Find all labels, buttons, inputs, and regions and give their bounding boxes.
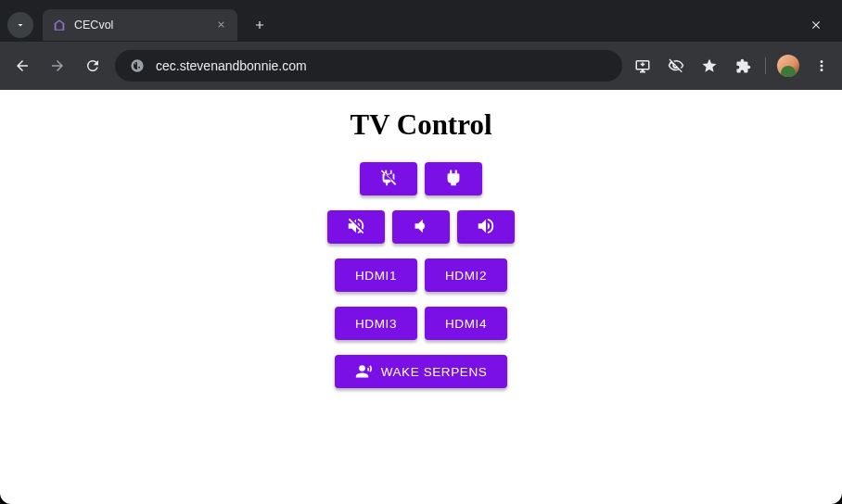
hdmi2-label: HDMI2 [445,269,487,283]
power-off-button[interactable] [360,162,417,195]
volume-down-icon [411,216,431,239]
hdmi3-button[interactable]: HDMI3 [335,307,417,340]
volume-mute-icon [346,216,366,239]
url-bar[interactable]: cec.stevenandbonnie.com [115,50,622,82]
hdmi1-label: HDMI1 [355,269,397,283]
extensions-icon[interactable] [732,55,754,77]
input-row-2: HDMI3 HDMI4 [335,307,507,340]
reload-button[interactable] [80,53,106,79]
input-row-1: HDMI1 HDMI2 [335,258,507,292]
power-row [360,162,482,195]
browser-toolbar: cec.stevenandbonnie.com [0,42,842,90]
new-tab-button[interactable] [247,12,273,38]
wake-label: WAKE SERPENS [381,365,488,379]
incognito-eye-off-icon[interactable] [665,55,687,77]
power-on-button[interactable] [425,162,482,195]
mute-button[interactable] [327,210,385,244]
tab-search-dropdown[interactable] [7,12,33,38]
browser-chrome: CECvol cec.stevenandbonnie.com [0,0,842,90]
power-plug-icon [443,168,464,191]
browser-menu-button[interactable] [810,55,833,77]
volume-down-button[interactable] [392,210,450,244]
hdmi4-button[interactable]: HDMI4 [425,307,507,340]
volume-up-button[interactable] [457,210,515,244]
tab-title: CECvol [74,19,206,32]
svg-point-1 [138,67,139,68]
hdmi4-label: HDMI4 [445,317,487,331]
browser-tab[interactable]: CECvol [43,9,237,41]
forward-button[interactable] [45,53,70,79]
tab-bar: CECvol [0,0,842,42]
svg-point-0 [134,64,135,65]
wake-voice-icon [355,361,374,383]
profile-avatar[interactable] [777,55,799,77]
hdmi1-button[interactable]: HDMI1 [335,258,417,292]
tab-close-button[interactable] [213,18,228,32]
window-close-button[interactable] [803,12,829,38]
page-content: TV Control [0,90,842,504]
hdmi3-label: HDMI3 [355,317,397,331]
wake-row: WAKE SERPENS [335,355,508,388]
back-button[interactable] [9,53,35,79]
bookmark-star-icon[interactable] [698,55,721,77]
site-settings-icon[interactable] [128,57,147,75]
url-text: cec.stevenandbonnie.com [156,58,307,73]
volume-up-icon [476,216,496,239]
page-title: TV Control [350,108,491,142]
power-off-icon [378,168,399,191]
volume-row [327,210,515,244]
tab-favicon-icon [52,18,67,32]
toolbar-divider [765,57,766,74]
hdmi2-button[interactable]: HDMI2 [425,258,507,292]
wake-serpens-button[interactable]: WAKE SERPENS [335,355,508,388]
install-app-icon[interactable] [632,55,654,77]
